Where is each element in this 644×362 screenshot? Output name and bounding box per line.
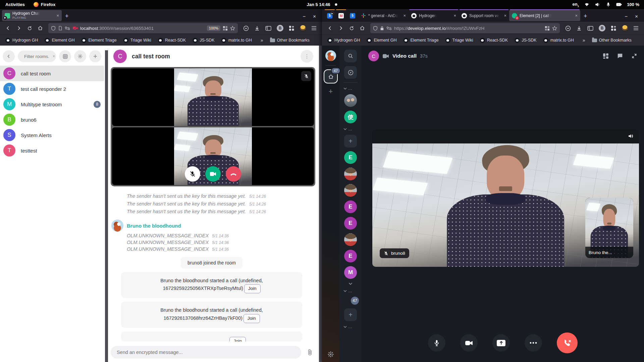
pocket-icon[interactable] <box>565 25 571 31</box>
room-avatar[interactable]: M <box>344 266 357 279</box>
room-avatar[interactable]: E <box>344 217 357 230</box>
window-minimize-button[interactable]: − <box>625 13 628 19</box>
shield-icon[interactable] <box>373 26 378 31</box>
keyboard-layout[interactable]: en1 <box>573 2 579 8</box>
call-video-tile-local[interactable] <box>112 127 314 185</box>
system-tray[interactable]: en1 100 % <box>573 2 644 8</box>
permissions-icon[interactable] <box>65 26 70 30</box>
extension-grid-icon[interactable] <box>545 26 550 31</box>
bookmark-item[interactable]: JS-SDK <box>193 38 214 43</box>
sidebar-room-item[interactable]: Bbruno6 <box>0 112 104 127</box>
bookmark-item[interactable]: Element GH <box>45 38 74 43</box>
toggle-mic-button[interactable] <box>185 166 200 182</box>
message-timeline[interactable]: The sender hasn't sent us the key for th… <box>108 186 322 343</box>
create-room-button[interactable] <box>89 50 101 62</box>
room-avatar[interactable] <box>344 233 357 246</box>
bookmark-item[interactable]: Hydrogen GH <box>327 38 360 43</box>
join-call-button[interactable]: Join <box>229 337 246 342</box>
window-minimize-button[interactable]: − <box>303 13 306 19</box>
reload-button[interactable] <box>347 23 356 33</box>
camera-blocked-icon[interactable] <box>72 26 78 30</box>
quick-settings-gear-icon[interactable] <box>328 351 334 357</box>
self-view-pip[interactable]: Bruno the... <box>585 198 633 258</box>
tab-close-icon[interactable]: × <box>573 13 578 18</box>
tab-audio-icon[interactable]: ▶ <box>330 11 334 15</box>
extension-critter-icon[interactable] <box>300 25 306 31</box>
back-button[interactable] <box>325 23 335 33</box>
tab-audio-icon[interactable]: ▶ <box>3 16 7 20</box>
toggle-camera-button[interactable] <box>205 166 221 182</box>
tab-element-2-call-t[interactable]: 2Element [2] | call t× <box>509 10 580 21</box>
url-bar[interactable]: https://develop.element.io/#/room/!ZUWvF… <box>370 23 560 33</box>
hangup-call-button[interactable] <box>557 333 578 353</box>
bookmark-item[interactable]: Triage Wiki <box>123 38 151 43</box>
pocket-icon[interactable] <box>243 25 249 31</box>
bookmark-item[interactable]: Triage Wiki <box>445 38 473 43</box>
bitwarden-icon[interactable]: B <box>599 25 605 32</box>
home-button[interactable] <box>358 23 367 33</box>
sidebar-toggle-icon[interactable] <box>587 26 593 31</box>
layout-grid-icon[interactable] <box>603 53 609 59</box>
forward-button[interactable] <box>336 23 345 33</box>
join-call-button[interactable]: Join <box>244 284 261 293</box>
sidebar-toggle-icon[interactable] <box>265 26 271 31</box>
room-avatar[interactable]: E <box>344 200 357 213</box>
bookmarks-overflow-chevron[interactable]: » <box>261 38 263 43</box>
forward-button[interactable] <box>14 23 23 33</box>
pinned-tab[interactable]: M <box>335 10 347 21</box>
sidebar-room-item[interactable]: MMultitype testroom8 <box>0 97 104 112</box>
bookmark-item[interactable]: Element Triage <box>404 38 439 43</box>
call-video-tile-remote[interactable] <box>112 68 314 126</box>
explore-button[interactable] <box>344 66 357 79</box>
room-avatar[interactable]: C <box>113 50 127 63</box>
screen-share-button[interactable] <box>492 334 510 352</box>
shield-icon[interactable] <box>51 26 56 31</box>
message-input[interactable] <box>117 350 295 355</box>
bookmarks-overflow-chevron[interactable]: » <box>583 38 585 43</box>
collapsed-section-header[interactable]: … <box>343 127 352 131</box>
bookmark-item[interactable]: Hydrogen GH <box>5 38 38 43</box>
scroll-chevron-icon[interactable] <box>348 283 353 285</box>
sidebar-room-item[interactable]: Ttesttest <box>0 143 104 158</box>
room-avatar[interactable]: 使 <box>344 111 357 123</box>
home-space-button[interactable]: 47 <box>324 70 337 83</box>
sidebar-room-item[interactable]: Ccall test room <box>0 66 104 81</box>
download-icon[interactable] <box>254 25 260 31</box>
sidebar-room-item[interactable]: Ttest call responder 2 <box>0 81 104 97</box>
tab-close-icon[interactable]: × <box>54 13 59 18</box>
room-avatar[interactable]: C <box>368 51 379 61</box>
bookmark-star-icon[interactable] <box>552 26 557 31</box>
bookmark-item[interactable]: React-SDK <box>158 38 186 43</box>
activities-button[interactable]: Activities <box>5 2 25 7</box>
url-bar[interactable]: localhost:3000/#/session/636553401 100% <box>48 23 238 33</box>
menu-hamburger-icon[interactable] <box>633 26 639 31</box>
bookmark-item[interactable]: matrix.to GH <box>221 38 252 43</box>
extensions-puzzle-icon[interactable] <box>289 25 294 31</box>
new-tab-button[interactable]: + <box>62 13 72 20</box>
bookmark-item[interactable]: matrix.to GH <box>543 38 574 43</box>
tab-hydrogen-chat[interactable]: ▶ Hydrogen Chat PLAYING × <box>2 10 62 21</box>
session-back-button[interactable] <box>3 50 15 62</box>
create-space-button[interactable]: + <box>329 87 333 96</box>
filter-rooms-field[interactable]: × <box>18 51 56 62</box>
window-close-button[interactable]: × <box>635 13 638 19</box>
tab-close-icon[interactable]: × <box>401 13 406 18</box>
page-info-icon[interactable] <box>58 26 62 31</box>
attachment-paperclip-icon[interactable] <box>307 349 313 356</box>
bookmark-item[interactable]: JS-SDK <box>515 38 536 43</box>
clock[interactable]: Jan 5 14:46 <box>307 2 337 7</box>
collapsed-section-header[interactable]: … <box>343 86 352 90</box>
tab-hydrogen[interactable]: Hydrogen× <box>409 10 459 21</box>
window-close-button[interactable]: × <box>313 13 316 19</box>
room-avatar[interactable] <box>344 184 357 197</box>
mic-button[interactable] <box>428 334 445 352</box>
reload-button[interactable] <box>25 23 34 33</box>
collapsed-section-header[interactable]: … <box>343 325 352 329</box>
other-bookmarks-folder[interactable]: Other Bookmarks <box>592 38 632 43</box>
room-avatar[interactable]: E <box>344 250 357 262</box>
collapsed-section-header[interactable]: … <box>343 289 352 293</box>
pinned-tab[interactable]: 5 <box>347 10 358 21</box>
tab-support-room-ver[interactable]: Support room ver× <box>459 10 509 21</box>
pinned-tab[interactable]: 5▶ <box>324 10 335 21</box>
new-tab-button[interactable]: + <box>580 13 591 20</box>
